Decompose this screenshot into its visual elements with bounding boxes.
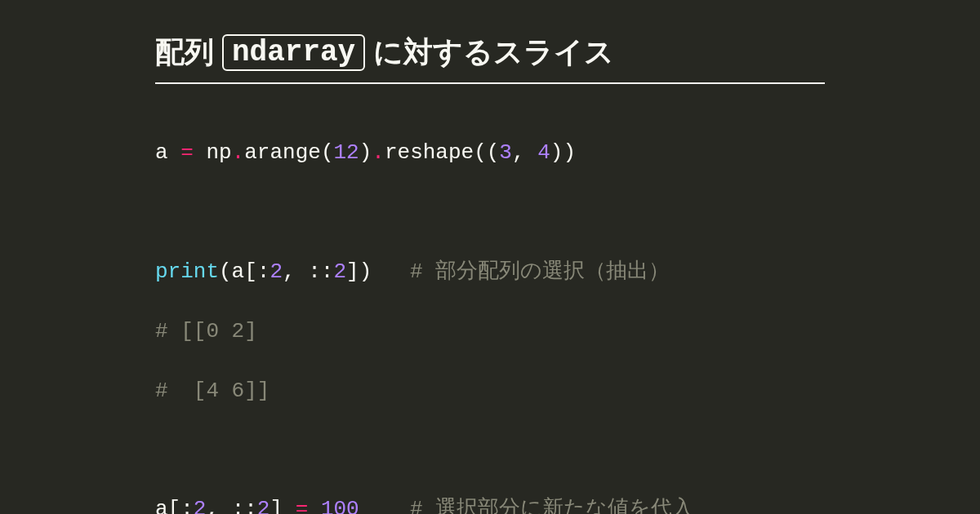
code-line-5: # [4 6]] — [155, 376, 825, 405]
title-badge: ndarray — [222, 34, 365, 71]
code-line-4: # [[0 2] — [155, 317, 825, 346]
code-block: a = np.arange(12).reshape((3, 4)) print(… — [155, 109, 825, 514]
page-title: 配列 ndarray に対するスライス — [155, 33, 825, 84]
code-line-1: a = np.arange(12).reshape((3, 4)) — [155, 138, 825, 167]
code-line-blank — [155, 197, 825, 227]
code-line-blank — [155, 435, 825, 464]
title-suffix: に対するスライス — [373, 33, 614, 73]
code-line-3: print(a[:2, ::2]) # 部分配列の選択（抽出） — [155, 257, 825, 286]
code-line-7: a[:2, ::2] = 100 # 選択部分に新たな値を代入 — [155, 494, 825, 514]
title-prefix: 配列 — [155, 33, 214, 73]
